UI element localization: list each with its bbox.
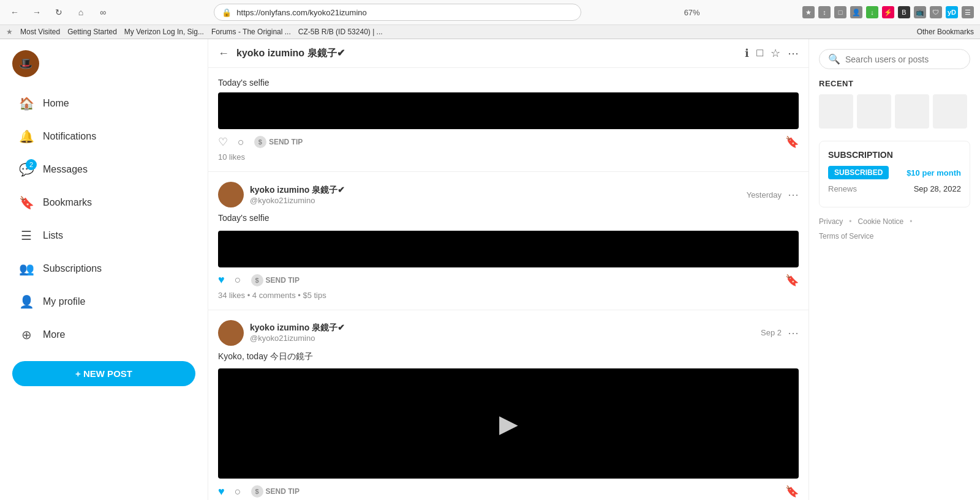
sidebar-item-bookmarks[interactable]: 🔖 Bookmarks: [6, 187, 202, 218]
bookmark-forums[interactable]: Forums - The Original ...: [211, 28, 291, 36]
footer-privacy[interactable]: Privacy: [819, 217, 843, 226]
forward-button[interactable]: →: [28, 4, 45, 21]
heart-filled-icon-3: ♥: [218, 485, 225, 498]
post-3-bookmark-button[interactable]: 🔖: [785, 485, 799, 498]
home-nav-button[interactable]: ⌂: [72, 4, 89, 21]
account-icon[interactable]: 👤: [850, 6, 862, 18]
dark-icon[interactable]: B: [898, 6, 910, 18]
options-icon[interactable]: ⋯: [788, 47, 799, 60]
post-1-like-button[interactable]: ♡: [218, 135, 228, 149]
sidebar-label-notifications: Notifications: [43, 131, 96, 142]
sidebar-item-messages[interactable]: 💬 2 Messages: [6, 154, 202, 185]
tv-icon[interactable]: 📺: [914, 6, 926, 18]
refresh-button[interactable]: ↻: [50, 4, 67, 21]
browser-chrome: ← → ↻ ⌂ ∞ 🔒 https://onlyfans.com/kyoko21…: [0, 0, 980, 39]
post-2-more-button[interactable]: ⋯: [788, 188, 799, 201]
search-box[interactable]: 🔍: [819, 49, 970, 69]
history-icon[interactable]: ↕: [818, 6, 831, 18]
avatar[interactable]: 🎩: [12, 50, 39, 77]
main-layout: 🎩 🏠 Home 🔔 Notifications 💬 2 Messages 🔖 …: [0, 39, 980, 500]
post-3-like-button[interactable]: ♥: [218, 485, 225, 498]
recent-thumb-3[interactable]: [895, 94, 929, 129]
recent-thumb-2[interactable]: [857, 94, 891, 129]
info-icon[interactable]: ℹ: [745, 47, 749, 60]
other-bookmarks[interactable]: Other Bookmarks: [917, 28, 974, 36]
post-2-text: Today's selfie: [218, 212, 799, 225]
post-1-actions: ♡ ○ $ SEND TIP 🔖: [218, 135, 799, 149]
recent-thumbs: [819, 94, 970, 129]
post-3-actions: ♥ ○ $ SEND TIP 🔖: [218, 485, 799, 498]
back-button[interactable]: ←: [6, 4, 23, 21]
sidebar-item-my-profile[interactable]: 👤 My profile: [6, 286, 202, 317]
renews-label: Renews: [828, 184, 857, 193]
content-area: ← kyoko izumino 泉鏡子✔ ℹ □ ☆ ⋯ Today's sel…: [208, 39, 809, 500]
sidebar-item-subscriptions[interactable]: 👥 Subscriptions: [6, 253, 202, 284]
footer-terms[interactable]: Terms of Service: [819, 232, 873, 241]
right-panel: 🔍 RECENT SUBSCRIPTION SUBSCRIBED $10 per…: [809, 39, 980, 500]
sidebar-label-more: More: [43, 329, 65, 340]
recent-thumb-4[interactable]: [933, 94, 967, 129]
sidebar-label-subscriptions: Subscriptions: [43, 263, 102, 274]
send-tip-label-2: SEND TIP: [266, 276, 300, 285]
post-2-like-button[interactable]: ♥: [218, 274, 225, 286]
shield-icon[interactable]: 🛡: [930, 6, 942, 18]
download-icon[interactable]: ↓: [866, 6, 878, 18]
post-1-bookmark-button[interactable]: 🔖: [785, 135, 799, 149]
bookmark-cz5b[interactable]: CZ-5B R/B (ID 53240) | ...: [298, 28, 383, 36]
most-visited-icon: ★: [6, 28, 13, 36]
sidebar-item-more[interactable]: ⊕ More: [6, 319, 202, 350]
lists-icon: ☰: [18, 228, 34, 244]
new-post-button[interactable]: + NEW POST: [12, 361, 195, 386]
post-3-time: Sep 2: [761, 328, 782, 337]
extension-button[interactable]: ∞: [94, 4, 111, 21]
post-1-send-tip-button[interactable]: $ SEND TIP: [254, 136, 303, 148]
home-icon: 🏠: [18, 95, 34, 111]
post-1-dislike-button[interactable]: ○: [238, 136, 244, 149]
recent-thumb-1[interactable]: [819, 94, 853, 129]
sidebar-item-home[interactable]: 🏠 Home: [6, 88, 202, 119]
post-3-send-tip-button[interactable]: $ SEND TIP: [251, 485, 300, 498]
post-3-handle: @kyoko21izumino: [250, 334, 755, 343]
post-3-video[interactable]: ▶: [218, 368, 799, 479]
post-2-dislike-button[interactable]: ○: [235, 274, 241, 286]
post-header: ← kyoko izumino 泉鏡子✔ ℹ □ ☆ ⋯: [208, 39, 809, 68]
post-3: kyoko izumino 泉鏡子✔ @kyoko21izumino Sep 2…: [208, 310, 809, 500]
subscription-row: SUBSCRIBED $10 per month: [828, 166, 961, 179]
post-2: kyoko izumino 泉鏡子✔ @kyoko21izumino Yeste…: [208, 172, 809, 310]
sidebar-item-notifications[interactable]: 🔔 Notifications: [6, 121, 202, 152]
star-icon[interactable]: ☆: [771, 47, 780, 60]
url-bar[interactable]: 🔒 https://onlyfans.com/kyoko21izumino: [214, 4, 581, 21]
back-post-button[interactable]: ←: [218, 47, 229, 60]
post-2-actions: ♥ ○ $ SEND TIP 🔖: [218, 274, 799, 287]
bookmark-most-visited[interactable]: Most Visited: [20, 28, 60, 36]
sidebar-item-lists[interactable]: ☰ Lists: [6, 220, 202, 251]
sidebar-label-home: Home: [43, 98, 69, 109]
post-2-send-tip-button[interactable]: $ SEND TIP: [251, 274, 300, 286]
footer-cookie[interactable]: Cookie Notice: [858, 217, 904, 226]
bookmark-verizon[interactable]: My Verizon Log In, Sig...: [124, 28, 204, 36]
post-3-more-button[interactable]: ⋯: [788, 326, 799, 340]
post-2-meta: kyoko izumino 泉鏡子✔ @kyoko21izumino Yeste…: [218, 182, 799, 207]
post-3-info: kyoko izumino 泉鏡子✔ @kyoko21izumino: [250, 323, 755, 343]
menu-icon[interactable]: ☰: [962, 6, 974, 18]
sidebar-label-profile: My profile: [43, 296, 85, 307]
post-3-dislike-button[interactable]: ○: [235, 485, 241, 498]
sidebar: 🎩 🏠 Home 🔔 Notifications 💬 2 Messages 🔖 …: [0, 39, 208, 500]
vpn-icon[interactable]: ⚡: [882, 6, 894, 18]
zoom-level: 67%: [684, 8, 700, 17]
subscription-box: SUBSCRIPTION SUBSCRIBED $10 per month Re…: [819, 141, 970, 207]
post-2-bookmark-button[interactable]: 🔖: [785, 274, 799, 287]
post-3-meta: kyoko izumino 泉鏡子✔ @kyoko21izumino Sep 2…: [218, 320, 799, 346]
search-input[interactable]: [845, 54, 961, 64]
post-3-avatar: [218, 320, 244, 346]
bookmark-star-icon[interactable]: ★: [802, 6, 815, 18]
subscriptions-icon: 👥: [18, 261, 34, 277]
heart-icon: ♡: [218, 135, 228, 149]
tab-icon[interactable]: □: [834, 6, 846, 18]
copy-icon[interactable]: □: [756, 47, 763, 60]
post-3-author: kyoko izumino 泉鏡子✔: [250, 323, 755, 334]
browser-toolbar: ← → ↻ ⌂ ∞ 🔒 https://onlyfans.com/kyoko21…: [0, 0, 980, 25]
post-1-text: Today's selfie: [218, 78, 799, 88]
bookmark-getting-started[interactable]: Getting Started: [67, 28, 117, 36]
profile-icon[interactable]: yD: [946, 6, 958, 18]
